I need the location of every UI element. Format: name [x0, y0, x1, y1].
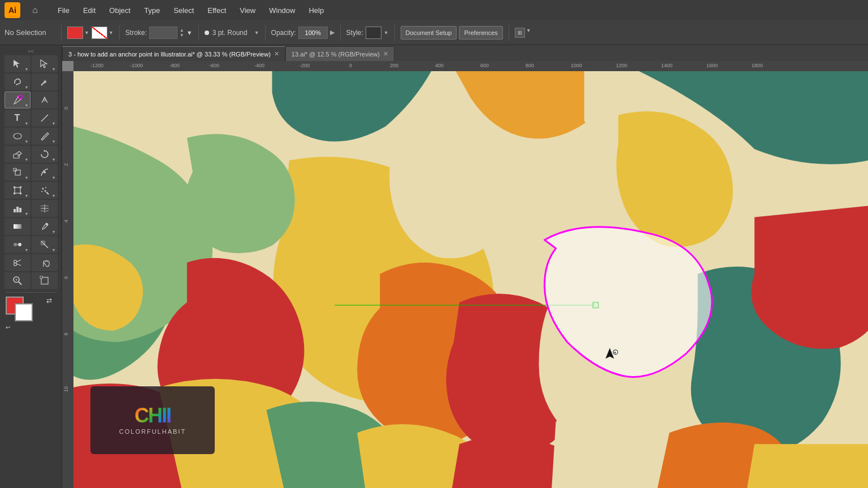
svg-point-29	[18, 243, 21, 246]
tool-add-anchor[interactable]	[32, 91, 58, 108]
fill-color-swatch[interactable]	[67, 27, 83, 39]
reset-colors-icon[interactable]: ↩	[6, 324, 10, 330]
svg-line-35	[16, 264, 21, 265]
collapse-arrow[interactable]: <<	[0, 47, 62, 55]
menu-window[interactable]: Window	[263, 4, 301, 17]
tool-zoom[interactable]: +	[5, 272, 31, 289]
align-dropdown-arrow[interactable]: ▼	[526, 28, 531, 38]
ruler-horizontal: -1200 -1000 -800 -600 -400 -200 0 200 40…	[73, 61, 868, 71]
tab-2-close[interactable]: ✕	[383, 50, 388, 58]
svg-text:1400: 1400	[661, 63, 672, 68]
home-icon[interactable]: ⌂	[27, 2, 43, 18]
svg-rect-26	[14, 224, 21, 229]
svg-marker-1	[41, 60, 47, 68]
menu-effect[interactable]: Effect	[202, 4, 232, 17]
tool-pencil[interactable]: ▼	[32, 128, 58, 145]
stroke-dropdown-arrow[interactable]: ▼	[108, 30, 114, 36]
tool-select[interactable]: ▼	[5, 55, 31, 72]
tool-eraser[interactable]: ▼	[5, 146, 31, 163]
svg-text:-800: -800	[170, 63, 180, 68]
tool-artboard[interactable]	[32, 272, 58, 289]
preferences-button[interactable]: Preferences	[459, 26, 502, 40]
tool-line[interactable]: ▼	[32, 110, 58, 127]
svg-text:-1200: -1200	[90, 63, 103, 68]
tool-pen[interactable]: + ▼	[5, 91, 31, 108]
tab-1-label: 3 - how to add an anchor point in Illust…	[68, 51, 271, 58]
svg-text:200: 200	[390, 63, 398, 68]
svg-text:-200: -200	[300, 63, 310, 68]
selection-indicator: No Selection	[5, 28, 55, 37]
tab-1[interactable]: 3 - how to add an anchor point in Illust…	[62, 46, 285, 61]
tool-ellipse[interactable]: ▼	[5, 128, 31, 145]
opacity-more-arrow[interactable]: ▶	[330, 29, 335, 36]
tool-eyedropper[interactable]: ▼	[32, 218, 58, 235]
menu-view[interactable]: View	[234, 4, 261, 17]
svg-rect-17	[14, 193, 15, 194]
stroke-box[interactable]	[15, 303, 33, 321]
svg-text:1200: 1200	[616, 63, 627, 68]
tool-mesh[interactable]	[32, 200, 58, 217]
brush-label: 3 pt. Round	[212, 29, 252, 37]
align-icon-1[interactable]: ⊞	[515, 28, 525, 38]
toolbar: No Selection ▼ ▼ Stroke: ▲▼ ▼ 3 pt. Roun…	[0, 20, 868, 45]
tool-slice[interactable]: ▼	[32, 236, 58, 253]
tab-2[interactable]: 13.ai* @ 12.5 % (RGB/Preview) ✕	[285, 46, 394, 61]
tool-magic-wand[interactable]	[32, 73, 58, 90]
tool-gradient[interactable]	[5, 218, 31, 235]
menu-edit[interactable]: Edit	[77, 4, 101, 17]
stroke-value-input[interactable]	[149, 27, 177, 39]
tool-reshape[interactable]: ▼	[32, 164, 58, 181]
tool-free-transform[interactable]: ▼	[5, 182, 31, 199]
menu-file[interactable]: File	[52, 4, 75, 17]
menu-type[interactable]: Type	[138, 4, 166, 17]
tool-lasso[interactable]: ▼	[5, 73, 31, 90]
stroke-dropdown-btn[interactable]: ▼	[186, 29, 193, 36]
tool-hand[interactable]	[32, 254, 58, 271]
svg-point-22	[44, 190, 46, 192]
tool-symbol-sprayer[interactable]: ▼	[32, 182, 58, 199]
svg-point-20	[45, 187, 46, 188]
canvas-area[interactable]: 3 - how to add an anchor point in Illust…	[62, 45, 868, 488]
style-dropdown-arrow[interactable]: ▼	[384, 30, 389, 36]
svg-point-19	[42, 188, 44, 190]
svg-text:+: +	[19, 96, 21, 99]
brush-dot-icon	[205, 30, 209, 35]
menu-select[interactable]: Select	[168, 4, 199, 17]
tool-type[interactable]: T ▼	[5, 110, 31, 127]
svg-text:+: +	[614, 350, 617, 355]
svg-marker-10	[44, 150, 45, 152]
ai-logo: Ai	[5, 2, 20, 18]
tool-column-graph[interactable]: ▼	[5, 200, 31, 217]
tool-scale[interactable]: ▼	[5, 164, 31, 181]
tab-1-close[interactable]: ✕	[274, 50, 279, 58]
svg-marker-0	[14, 60, 20, 68]
document-setup-button[interactable]: Document Setup	[401, 26, 457, 40]
tool-scissors[interactable]	[5, 254, 31, 271]
svg-text:10: 10	[63, 386, 69, 392]
svg-rect-14	[15, 188, 20, 193]
svg-text:400: 400	[435, 63, 444, 68]
svg-point-28	[14, 243, 17, 246]
tool-direct-select[interactable]: ▼	[32, 55, 58, 72]
ruler-vertical: 0 2 4 6 8 10	[62, 71, 73, 488]
menu-help[interactable]: Help	[303, 4, 329, 17]
opacity-input[interactable]	[298, 27, 328, 39]
fill-dropdown-arrow[interactable]: ▼	[84, 30, 89, 36]
brush-dropdown-arrow[interactable]: ▼	[254, 30, 259, 36]
svg-text:-400: -400	[254, 63, 264, 68]
style-swatch[interactable]	[366, 27, 381, 39]
svg-rect-16	[20, 186, 21, 188]
tool-blend[interactable]: ▼	[5, 236, 31, 253]
svg-rect-18	[20, 193, 21, 194]
color-controls: ⇄ ↩	[6, 297, 57, 330]
tool-rotate[interactable]: ▼	[32, 146, 58, 163]
svg-text:0: 0	[349, 63, 352, 68]
stroke-value-arrow[interactable]: ▲▼	[180, 28, 184, 38]
canvas-content[interactable]: + CHII COLORFULHABIT	[73, 71, 868, 488]
svg-text:6: 6	[63, 276, 69, 279]
swap-colors-icon[interactable]: ⇄	[46, 297, 52, 304]
svg-rect-15	[14, 186, 15, 188]
menu-object[interactable]: Object	[103, 4, 136, 17]
svg-point-32	[14, 260, 16, 263]
svg-rect-23	[14, 209, 16, 212]
